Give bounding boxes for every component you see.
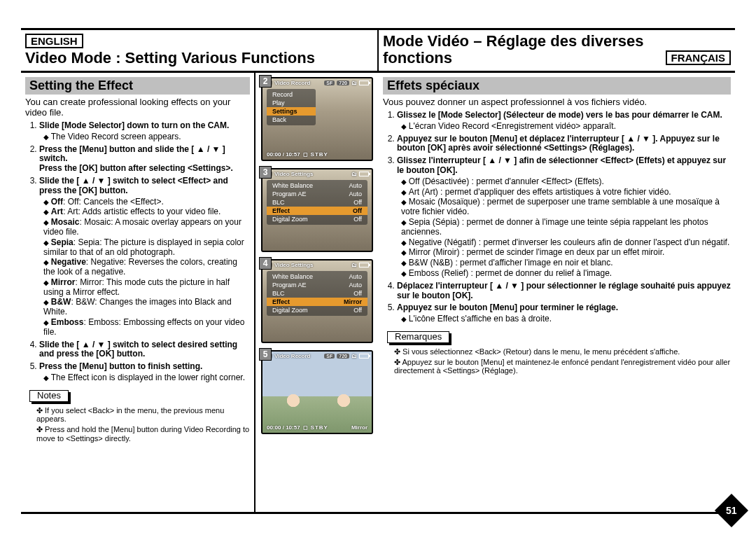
step1-sub: The Video Record screen appears.	[43, 132, 250, 142]
r-eff-sepia: Sepia (Sépia) : permet de donner à l'ima…	[401, 218, 731, 237]
step1: Slide [Mode Selector] down to turn on th…	[39, 120, 229, 130]
r-step5: Appuyez sur le bouton [Menu] pour termin…	[397, 303, 618, 312]
memory-icon: 🗂	[351, 80, 357, 86]
stop-icon	[303, 424, 308, 431]
shot3-menu: White BalanceAuto Program AEAuto BLCOff …	[267, 180, 368, 225]
shot5-size: 720	[337, 354, 349, 359]
r-eff-mirror: Mirror (Miroir) : permet de scinder l'im…	[401, 248, 731, 258]
body-columns: Setting the Effect You can create profes…	[21, 73, 735, 512]
screenshot-5: 5 🎥 Video Record SF 720 🗂 00:00 / 10:57	[261, 350, 373, 434]
shot2-title: Video Record	[274, 80, 310, 86]
menu-back: Back	[267, 116, 316, 124]
step5-sub: The Effect icon is displayed in the lowe…	[43, 373, 250, 383]
eff-mosaic: Mosaic: Mosaic: A mosaic overlay appears…	[43, 218, 250, 237]
notes-right: Si vous sélectionnez <Back> (Retour) dan…	[383, 347, 731, 375]
note-r2: Appuyez sur le bouton [Menu] et maintene…	[394, 358, 731, 375]
r-eff-off: Off (Désactivée) : permet d'annuler <Eff…	[401, 177, 731, 187]
battery-icon	[359, 81, 369, 85]
page-title-right: Mode Vidéo – Réglage des diverses foncti…	[383, 33, 660, 67]
r-step1-sub: L'écran Video Record <Enregistrement vid…	[401, 122, 731, 132]
shot5-effect: Mirror	[351, 424, 368, 431]
shot5-status: STBY	[311, 424, 328, 431]
screenshot-2: 2 🎥 Video Record SF 720 🗂 Record Play	[261, 77, 373, 161]
section-left: Setting the Effect	[25, 77, 250, 95]
note-l1: If you select <Back> in the menu, the pr…	[36, 406, 250, 424]
shot2-status: STBY	[311, 151, 328, 158]
mirror-photo-bg	[262, 352, 372, 433]
steps-right: Glissez le [Mode Selector] (Sélecteur de…	[383, 111, 731, 324]
memory-icon: 🗂	[351, 353, 357, 359]
col-francais: Effets spéciaux Vous pouvez donner un as…	[379, 73, 735, 512]
step3: Slide the [ ▲ / ▼ ] switch to select <Ef…	[39, 176, 228, 195]
intro-left: You can create professional looking effe…	[25, 97, 250, 118]
step2: Press the [Menu] button and slide the [ …	[39, 144, 233, 174]
menu-record: Record	[267, 90, 316, 99]
memory-icon: 🗂	[351, 262, 357, 268]
r-eff-emboss: Emboss (Relief) : permet de donner du re…	[401, 269, 731, 279]
r-step3: Glissez l'interrupteur [ ▲ / ▼ ] afin de…	[397, 155, 726, 175]
battery-icon	[359, 263, 369, 268]
note-l2: Press and hold the [Menu] button during …	[36, 425, 250, 443]
col-english: Setting the Effect You can create profes…	[21, 73, 255, 512]
menu-play: Play	[267, 99, 316, 107]
screenshot-4: 4 🎥 Video Settings 🗂 White BalanceAuto P…	[261, 259, 373, 343]
r-step2: Appuyez sur le bouton [Menu] et déplacez…	[397, 134, 720, 153]
r-eff-art: Art (Art) : permet d'appliquer des effet…	[401, 188, 731, 197]
shot3-title: Video Settings	[274, 171, 313, 177]
battery-icon	[359, 354, 369, 359]
menu-settings: Settings	[267, 107, 316, 116]
step5: Press the [Menu] button to finish settin…	[39, 361, 202, 371]
shot5-title: Video Record	[274, 353, 310, 359]
r-eff-mosaic: Mosaic (Mosaïque) : permet de superposer…	[401, 197, 731, 217]
page-number: 51	[726, 505, 737, 516]
step4: Slide the [ ▲ / ▼ ] switch to select des…	[39, 340, 237, 359]
screenshot-num-4: 4	[259, 257, 272, 270]
eff-emboss: Emboss: Emboss: Embossing effects on you…	[43, 318, 250, 338]
shot5-sf: SF	[324, 354, 335, 359]
shot5-time: 00:00 / 10:57	[267, 424, 300, 431]
title-row: ENGLISH Video Mode : Setting Various Fun…	[21, 30, 735, 73]
screenshot-strip: 2 🎥 Video Record SF 720 🗂 Record Play	[255, 73, 379, 512]
notes-left: If you select <Back> in the menu, the pr…	[25, 406, 250, 443]
intro-right: Vous pouvez donner un aspect professionn…	[383, 97, 731, 108]
shot4-title: Video Settings	[274, 262, 313, 268]
steps-left: Slide [Mode Selector] down to turn on th…	[25, 121, 250, 383]
eff-art: Art: Art: Adds artistic effects to your …	[43, 207, 250, 217]
eff-sepia: Sepia: Sepia: The picture is displayed i…	[43, 238, 250, 258]
screenshot-num-5: 5	[259, 348, 272, 361]
shot2-size: 720	[337, 81, 349, 85]
shot2-time: 00:00 / 10:57	[267, 151, 300, 158]
memory-icon: 🗂	[351, 171, 357, 177]
shot4-menu: White BalanceAuto Program AEAuto BLCOff …	[267, 271, 368, 316]
eff-mirror: Mirror: Mirror: This mode cuts the pictu…	[43, 278, 250, 298]
lang-tag-english: ENGLISH	[25, 34, 83, 48]
screenshot-num-3: 3	[259, 166, 272, 179]
eff-bw: B&W: B&W: Changes the images into Black …	[43, 298, 250, 317]
shot2-sf: SF	[324, 81, 335, 85]
stop-icon	[303, 151, 308, 158]
screenshot-num-2: 2	[259, 75, 272, 88]
eff-negative: Negative: Negative: Reverses the colors,…	[43, 258, 250, 277]
screenshot-3: 3 🎥 Video Settings 🗂 White BalanceAuto P…	[261, 168, 373, 252]
section-right: Effets spéciaux	[383, 77, 731, 95]
notes-box-left: Notes	[29, 390, 69, 402]
lang-tag-francais: FRANÇAIS	[666, 50, 732, 65]
r-step1: Glissez le [Mode Selector] (Sélecteur de…	[397, 110, 722, 120]
note-r1: Si vous sélectionnez <Back> (Retour) dan…	[394, 347, 731, 356]
r-step4: Déplacez l'interrupteur [ ▲ / ▼ ] pour s…	[397, 281, 731, 300]
page-title-left: Video Mode : Setting Various Functions	[25, 50, 373, 67]
r-eff-negative: Negative (Négatif) : permet d'inverser l…	[401, 238, 731, 248]
r-eff-bw: B&W (N&B) : permet d'afficher l'image en…	[401, 258, 731, 268]
battery-icon	[359, 172, 369, 176]
eff-off: Off: Off: Cancels the <Effect>.	[43, 197, 250, 207]
r-step5-sub: L'icône Effect s'affiche en bas à droite…	[401, 314, 731, 324]
notes-box-right: Remarques	[387, 331, 449, 343]
page-frame: ENGLISH Video Mode : Setting Various Fun…	[21, 28, 735, 514]
